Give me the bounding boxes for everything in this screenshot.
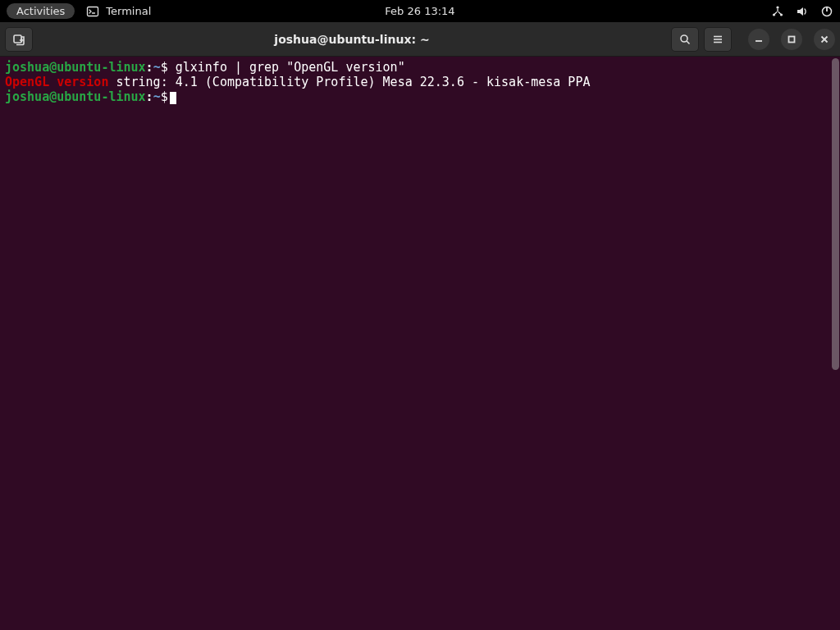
- menu-icon: [711, 33, 724, 46]
- svg-rect-6: [14, 35, 21, 43]
- svg-point-7: [681, 35, 687, 42]
- command-text: glxinfo | grep "OpenGL version": [168, 60, 405, 75]
- terminal-line: joshua@ubuntu-linux:~$ glxinfo | grep "O…: [5, 60, 835, 75]
- network-icon[interactable]: [771, 5, 784, 18]
- cursor: [170, 92, 176, 104]
- gnome-top-bar: Activities Terminal Feb 26 13:14: [0, 0, 840, 22]
- close-button[interactable]: [814, 29, 835, 50]
- activities-button[interactable]: Activities: [7, 3, 75, 19]
- grep-match: OpenGL version: [5, 75, 108, 89]
- prompt-symbol: $: [161, 89, 168, 104]
- prompt-path: ~: [153, 89, 161, 104]
- prompt-user-host: joshua@ubuntu-linux: [5, 89, 146, 104]
- minimize-button[interactable]: [748, 29, 769, 50]
- window-headerbar: joshua@ubuntu-linux: ~: [0, 22, 840, 57]
- terminal-line: OpenGL version string: 4.1 (Compatibilit…: [5, 75, 835, 89]
- svg-rect-0: [88, 7, 98, 16]
- prompt-path: ~: [153, 60, 161, 75]
- close-icon: [820, 35, 829, 43]
- minimize-icon: [755, 35, 763, 43]
- clock[interactable]: Feb 26 13:14: [385, 5, 454, 17]
- svg-rect-13: [789, 36, 795, 42]
- app-menu-label: Terminal: [106, 5, 151, 17]
- search-icon: [678, 33, 692, 46]
- terminal-viewport[interactable]: joshua@ubuntu-linux:~$ glxinfo | grep "O…: [0, 57, 840, 630]
- output-text: string: 4.1 (Compatibility Profile) Mesa…: [108, 75, 590, 89]
- scrollbar-thumb[interactable]: [832, 58, 839, 370]
- terminal-icon: [86, 5, 99, 18]
- maximize-icon: [788, 35, 796, 43]
- power-icon[interactable]: [820, 5, 833, 18]
- window-title: joshua@ubuntu-linux: ~: [38, 33, 666, 46]
- hamburger-menu-button[interactable]: [704, 27, 732, 52]
- maximize-button[interactable]: [781, 29, 802, 50]
- app-menu[interactable]: Terminal: [86, 5, 151, 18]
- svg-point-1: [776, 6, 778, 8]
- volume-icon[interactable]: [796, 5, 809, 18]
- terminal-line: joshua@ubuntu-linux:~$: [5, 89, 835, 104]
- new-tab-button[interactable]: [5, 27, 33, 52]
- prompt-user-host: joshua@ubuntu-linux: [5, 60, 146, 75]
- prompt-symbol: $: [161, 60, 168, 75]
- svg-line-8: [687, 41, 690, 44]
- search-button[interactable]: [671, 27, 699, 52]
